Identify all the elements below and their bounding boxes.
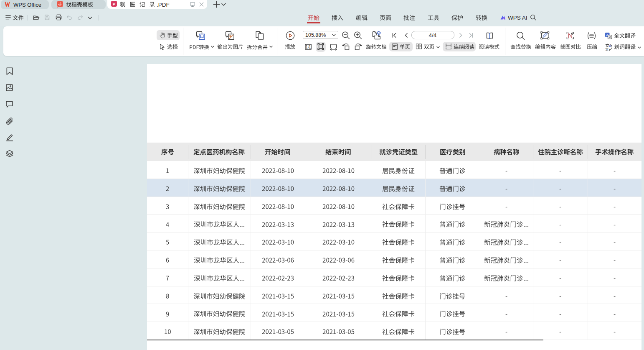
svg-text:1: 1 <box>309 45 311 49</box>
svg-text:P: P <box>113 2 116 6</box>
svg-text:文: 文 <box>605 47 609 51</box>
svg-text:1: 1 <box>305 45 308 49</box>
